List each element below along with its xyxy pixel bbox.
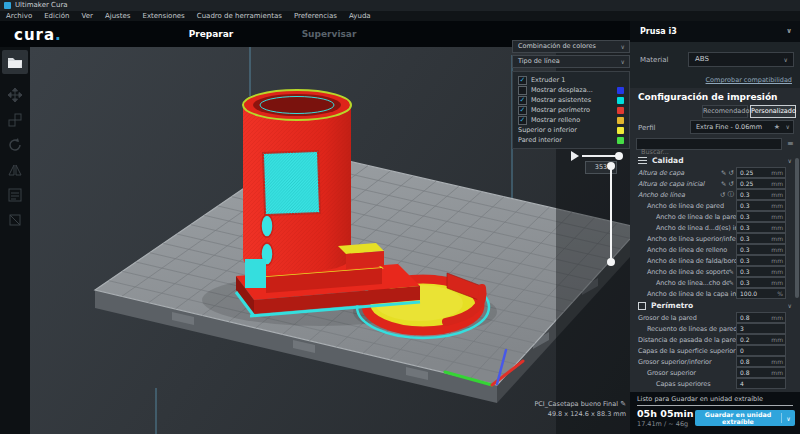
revert-icon[interactable]: ↺ — [720, 191, 725, 199]
menubar-item[interactable]: Preferencias — [288, 11, 343, 21]
setting-row[interactable]: Ancho de línea d...d(es) interna(s)0.3mm — [630, 222, 800, 233]
tab-prepare[interactable]: Preparar — [178, 21, 244, 47]
setting-unit: mm — [771, 235, 785, 242]
setting-value-field[interactable]: 0.3mm — [736, 211, 786, 222]
setting-value-field[interactable]: 0.3mm — [736, 222, 786, 233]
pencil-icon[interactable]: ✎ — [729, 268, 734, 276]
checkbox[interactable]: ✓ — [518, 96, 527, 105]
layer-slider-bottom-handle[interactable] — [607, 258, 615, 266]
checkbox[interactable]: ✓ — [518, 76, 527, 85]
layer-view-toggle-row[interactable]: ✓Mostrar asistentes — [513, 95, 629, 105]
setting-value-field[interactable]: 0.2mm — [736, 334, 786, 345]
pencil-icon[interactable]: ✎ — [721, 180, 726, 188]
profile-dropdown[interactable]: Extra Fine - 0.06mm ★ ∨ — [690, 120, 794, 134]
rotate-tool-button[interactable] — [7, 137, 23, 153]
layer-view-toggle-row[interactable]: ✓Extruder 1 — [513, 75, 629, 85]
setting-row[interactable]: Grosor superior0.8mm — [630, 367, 800, 378]
settings-scrollbar[interactable] — [795, 158, 799, 298]
setting-value-field[interactable]: 0.3mm — [736, 233, 786, 244]
revert-icon[interactable]: ↺ — [729, 169, 734, 177]
layer-indicator-handle[interactable] — [615, 152, 623, 160]
setting-row[interactable]: Distancia de pasada de la pared exterior… — [630, 334, 800, 345]
filter-icon[interactable]: ≡ — [787, 139, 794, 148]
settings-section-header[interactable]: Calidad∨ — [630, 154, 800, 167]
tab-monitor[interactable]: Supervisar — [293, 21, 365, 47]
menubar-item[interactable]: Extensiones — [136, 11, 190, 21]
setting-value-field[interactable]: 0.8mm — [736, 312, 786, 323]
setting-row[interactable]: Ancho de línea...cho de soporte✎0.3mm — [630, 277, 800, 288]
menubar-item[interactable]: Edición — [38, 11, 75, 21]
pencil-icon[interactable]: ✎ — [721, 169, 726, 177]
setting-row[interactable]: Ancho de línea superior/inferior0.3mm — [630, 233, 800, 244]
setting-value: 0.2 — [737, 336, 771, 343]
setting-row[interactable]: Ancho de línea↺ⓘ0.3mm — [630, 189, 800, 200]
layer-slider-track[interactable] — [610, 167, 612, 260]
compatibility-link[interactable]: Comprobar compatibilidad — [706, 76, 792, 84]
checkbox[interactable] — [518, 86, 527, 95]
color-scheme-value: Combinación de colores — [513, 42, 596, 50]
setting-row[interactable]: Capas superiores4 — [630, 378, 800, 389]
material-dropdown[interactable]: ABS ∨ — [688, 52, 794, 67]
setting-row[interactable]: Ancho de línea de la capa inicial100.0% — [630, 288, 800, 299]
checkbox[interactable]: ✓ — [518, 106, 527, 115]
setting-value-field[interactable]: 0.25mm — [736, 167, 786, 178]
setting-value-field[interactable]: 0.3mm — [736, 244, 786, 255]
menubar-item[interactable]: Ver — [76, 11, 99, 21]
per-model-settings-button[interactable] — [7, 187, 23, 203]
open-file-button[interactable] — [2, 50, 28, 74]
info-icon[interactable]: ⓘ — [728, 190, 735, 199]
line-type-dropdown[interactable]: Tipo de línea ∨ — [512, 55, 630, 68]
star-icon[interactable]: ★ — [774, 121, 780, 133]
setting-row[interactable]: Ancho de línea de pared0.3mm — [630, 200, 800, 211]
pencil-icon[interactable]: ✎ — [729, 279, 734, 287]
layer-view-toggle-row[interactable]: ✓Mostrar perímetro — [513, 105, 629, 115]
setting-unit: mm — [771, 358, 785, 365]
setting-value-field[interactable]: 0.3mm — [736, 255, 786, 266]
setting-row[interactable]: Ancho de línea de relleno0.3mm — [630, 244, 800, 255]
menubar-item[interactable]: Archivo — [0, 11, 38, 21]
setting-row[interactable]: Ancho de línea de la pared exterior0.3mm — [630, 211, 800, 222]
save-button[interactable]: Guardar en unidad extraíble ∨ — [695, 410, 795, 426]
setting-row[interactable]: Grosor superior/inferior0.8mm — [630, 356, 800, 367]
menubar-item[interactable]: Ayuda — [343, 11, 377, 21]
mirror-tool-button[interactable] — [7, 162, 23, 178]
setting-row[interactable]: Recuento de líneas de pared3 — [630, 323, 800, 334]
settings-search[interactable] — [636, 138, 782, 150]
menubar-item[interactable]: Cuadro de herramientas — [191, 11, 288, 21]
setting-value-field[interactable]: 100.0% — [736, 288, 786, 299]
chevron-down-icon[interactable]: ∨ — [782, 415, 795, 422]
setting-row[interactable]: Altura de capa inicial✎↺0.25mm — [630, 178, 800, 189]
setting-row[interactable]: Capas de la superficie superior del forr… — [630, 345, 800, 356]
move-tool-button[interactable] — [7, 87, 23, 103]
play-simulation-button[interactable] — [571, 151, 579, 161]
checkbox[interactable]: ✓ — [518, 116, 527, 125]
setting-value: 0.3 — [737, 235, 771, 242]
setting-value-field[interactable]: 0.3mm — [736, 200, 786, 211]
color-swatch — [617, 97, 624, 104]
setting-value-field[interactable]: 0.3mm — [736, 189, 786, 200]
layer-view-toggle-row[interactable]: ✓Mostrar relleno — [513, 115, 629, 125]
layer-view-toggle-row[interactable]: Mostrar desplaza... — [513, 85, 629, 95]
revert-icon[interactable]: ↺ — [729, 180, 734, 188]
setting-value-field[interactable]: 3 — [736, 323, 786, 334]
setting-value-field[interactable]: 0.25mm — [736, 178, 786, 189]
setting-row[interactable]: Altura de capa✎↺0.25mm — [630, 167, 800, 178]
setting-value-field[interactable]: 0.8mm — [736, 367, 786, 378]
setting-value-field[interactable]: 4 — [736, 378, 786, 389]
color-scheme-dropdown[interactable]: Combinación de colores ∨ — [512, 40, 630, 53]
support-blocker-button[interactable] — [7, 212, 23, 228]
edit-name-icon[interactable]: ✎ — [620, 400, 626, 408]
scale-tool-button[interactable] — [7, 112, 23, 128]
recommended-mode-button[interactable]: Recomendado — [702, 105, 748, 118]
setting-value-field[interactable]: 0 — [736, 345, 786, 356]
setting-row[interactable]: Ancho de línea de falda/borde0.3mm — [630, 255, 800, 266]
setting-value-field[interactable]: 0.3mm — [736, 277, 786, 288]
setting-value-field[interactable]: 0.8mm — [736, 356, 786, 367]
settings-section-header[interactable]: Perímetro∨ — [630, 299, 800, 312]
setting-value-field[interactable]: 0.3mm — [736, 266, 786, 277]
custom-mode-button[interactable]: Personalizado — [750, 105, 796, 118]
menubar-item[interactable]: Ajustes — [99, 11, 137, 21]
setting-row[interactable]: Ancho de línea de soporte✎0.3mm — [630, 266, 800, 277]
printer-selector[interactable]: Prusa i3 ∨ — [630, 21, 800, 42]
setting-row[interactable]: Grosor de la pared0.8mm — [630, 312, 800, 323]
